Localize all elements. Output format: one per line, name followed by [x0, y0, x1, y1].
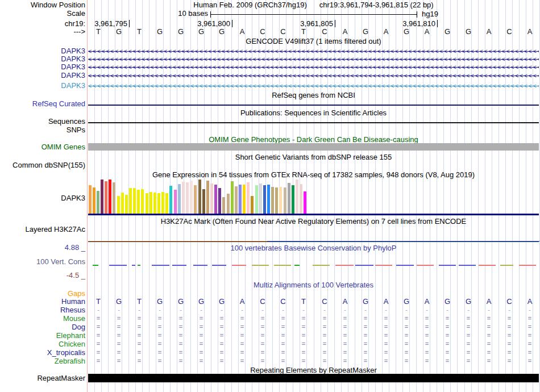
- gtex-tissue-bar[interactable]: [153, 193, 156, 214]
- gtex-tissue-bar[interactable]: [243, 185, 246, 214]
- multiz-species-label[interactable]: Mouse: [0, 315, 85, 322]
- gtex-tissue-bar[interactable]: [165, 193, 168, 214]
- base-letter: =: [314, 315, 335, 322]
- gtex-tissue-bar[interactable]: [178, 184, 181, 214]
- gtex-tissue-bar[interactable]: [304, 191, 306, 214]
- gtex-tissue-bar[interactable]: [146, 193, 148, 214]
- gtex-tissue-bar[interactable]: [101, 180, 103, 214]
- gtex-tissue-bar[interactable]: [117, 196, 120, 214]
- gtex-tissue-bar[interactable]: [97, 191, 99, 214]
- gtex-tissue-bar[interactable]: [296, 180, 298, 214]
- gtex-tissue-bar[interactable]: [251, 196, 254, 214]
- gtex-tissue-bar[interactable]: [186, 182, 189, 214]
- gtex-tissue-bar[interactable]: [105, 181, 107, 214]
- refseq-curated-label[interactable]: RefSeq Curated: [0, 100, 85, 107]
- gtex-tissue-bar[interactable]: [218, 188, 221, 214]
- gtex-tissue-bar[interactable]: [279, 187, 282, 214]
- gtex-tissue-bar[interactable]: [169, 186, 172, 214]
- phylop-score-dash: [232, 265, 246, 266]
- multiz-species-label[interactable]: Dog: [0, 323, 85, 331]
- gtex-tissue-bar[interactable]: [125, 195, 128, 214]
- gtex-tissue-bar[interactable]: [271, 187, 274, 214]
- gtex-tissue-bar[interactable]: [174, 190, 177, 214]
- gencode-gene-strand-arrows[interactable]: <<<<<<<<<<<<<<<<<<<<<<<<<<<<<<<<<<<<<<<<…: [88, 63, 539, 71]
- gtex-tissue-bar[interactable]: [182, 182, 185, 214]
- gencode-gene-strand-arrows[interactable]: <<<<<<<<<<<<<<<<<<<<<<<<<<<<<<<<<<<<<<<<…: [88, 47, 539, 55]
- base-letter: A: [520, 298, 540, 305]
- gtex-tissue-bar[interactable]: [198, 180, 201, 214]
- gencode-gene-strand-arrows[interactable]: <<<<<<<<<<<<<<<<<<<<<<<<<<<<<<<<<<<<<<<<…: [88, 82, 539, 90]
- gtex-tissue-bar[interactable]: [194, 185, 197, 214]
- gtex-tissue-bar[interactable]: [259, 184, 262, 214]
- sequences-label[interactable]: Sequences: [0, 118, 85, 125]
- gencode-gene-label[interactable]: DAPK3: [0, 55, 85, 62]
- gtex-tissue-bar[interactable]: [157, 193, 160, 214]
- gtex-tissue-bar[interactable]: [161, 192, 164, 214]
- multiz-species-label[interactable]: Human: [0, 298, 85, 305]
- multiz-species-label[interactable]: Elephant: [0, 332, 85, 339]
- genome-browser-view[interactable]: Window Position Human Feb. 2009 (GRCh37/…: [0, 0, 540, 392]
- refseq-gene-line[interactable]: [88, 105, 539, 106]
- gencode-gene-label[interactable]: DAPK3: [0, 63, 85, 70]
- multiz-track-title: Multiz Alignments of 100 Vertebrates: [88, 281, 539, 289]
- omim-gene-bar[interactable]: [88, 143, 539, 151]
- multiz-species-label[interactable]: Gaps: [0, 290, 85, 297]
- repeatmasker-label[interactable]: RepeatMasker: [0, 374, 85, 382]
- omim-genes-label[interactable]: OMIM Genes: [0, 143, 85, 151]
- snps-label[interactable]: SNPs: [0, 126, 85, 134]
- gtex-tissue-bar[interactable]: [247, 182, 250, 214]
- gtex-tissue-bar[interactable]: [300, 184, 302, 214]
- base-letter: =: [479, 340, 499, 348]
- gtex-tissue-bar[interactable]: [263, 185, 266, 214]
- gtex-tissue-bar[interactable]: [109, 180, 111, 214]
- gtex-tissue-bar[interactable]: [210, 184, 213, 214]
- strand-direction-indicator[interactable]: --->: [0, 28, 85, 35]
- scale-bar-right-tick: [417, 11, 417, 18]
- multiz-species-label[interactable]: X_tropicalis: [0, 349, 85, 356]
- gtex-tissue-bar[interactable]: [275, 187, 278, 214]
- multiz-species-label[interactable]: Chicken: [0, 340, 85, 348]
- base-letter: =: [499, 357, 520, 365]
- phylop-track-label[interactable]: 100 Vert. Cons: [0, 258, 85, 265]
- gtex-tissue-bar[interactable]: [149, 192, 152, 214]
- base-letter: =: [293, 315, 314, 322]
- base-letter: =: [232, 332, 252, 339]
- gtex-gene-label[interactable]: DAPK3: [0, 194, 85, 202]
- gtex-tissue-bar[interactable]: [222, 197, 225, 214]
- gtex-tissue-bar[interactable]: [133, 188, 136, 214]
- gtex-tissue-bar[interactable]: [206, 181, 209, 214]
- gtex-tissue-bar[interactable]: [231, 181, 234, 214]
- gencode-gene-strand-arrows[interactable]: <<<<<<<<<<<<<<<<<<<<<<<<<<<<<<<<<<<<<<<<…: [88, 72, 539, 80]
- gtex-tissue-bar[interactable]: [235, 186, 238, 214]
- gencode-gene-label[interactable]: DAPK3: [0, 82, 85, 89]
- common-dbsnp-label[interactable]: Common dbSNP(155): [0, 161, 85, 169]
- gencode-gene-label[interactable]: DAPK3: [0, 72, 85, 79]
- gtex-tissue-bar[interactable]: [239, 185, 242, 214]
- gtex-tissue-bar[interactable]: [288, 183, 290, 214]
- sequences-item-line[interactable]: [88, 122, 539, 123]
- gtex-tissue-bar[interactable]: [129, 188, 132, 214]
- layered-h3k27ac-label[interactable]: Layered H3K27Ac: [0, 226, 85, 233]
- gtex-tissue-bar[interactable]: [227, 194, 230, 214]
- gtex-tissue-bar[interactable]: [255, 185, 258, 214]
- gtex-tissue-bar[interactable]: [113, 182, 115, 214]
- gtex-tissue-bar[interactable]: [121, 193, 124, 214]
- base-letter: =: [458, 349, 479, 356]
- gencode-gene-strand-arrows[interactable]: <<<<<<<<<<<<<<<<<<<<<<<<<<<<<<<<<<<<<<<<…: [88, 55, 539, 63]
- multiz-species-label[interactable]: Rhesus: [0, 306, 85, 314]
- gtex-tissue-bar[interactable]: [89, 185, 92, 214]
- gtex-tissue-bar[interactable]: [190, 181, 193, 214]
- multiz-species-label[interactable]: Zebrafish: [0, 357, 85, 365]
- gtex-tissue-bar[interactable]: [214, 185, 217, 214]
- repeatmasker-element-bar[interactable]: [88, 374, 539, 382]
- gtex-tissue-bar[interactable]: [141, 189, 144, 214]
- gtex-tissue-bar[interactable]: [93, 187, 95, 214]
- gtex-tissue-bar[interactable]: [284, 187, 286, 214]
- base-letter: =: [149, 357, 170, 365]
- gtex-tissue-bar[interactable]: [267, 185, 270, 214]
- gtex-tissue-bar[interactable]: [202, 189, 205, 214]
- gtex-tissue-bar[interactable]: [137, 190, 140, 214]
- gencode-gene-label[interactable]: DAPK3: [0, 47, 85, 55]
- gtex-tissue-bar[interactable]: [292, 185, 294, 214]
- base-letter: =: [335, 323, 355, 331]
